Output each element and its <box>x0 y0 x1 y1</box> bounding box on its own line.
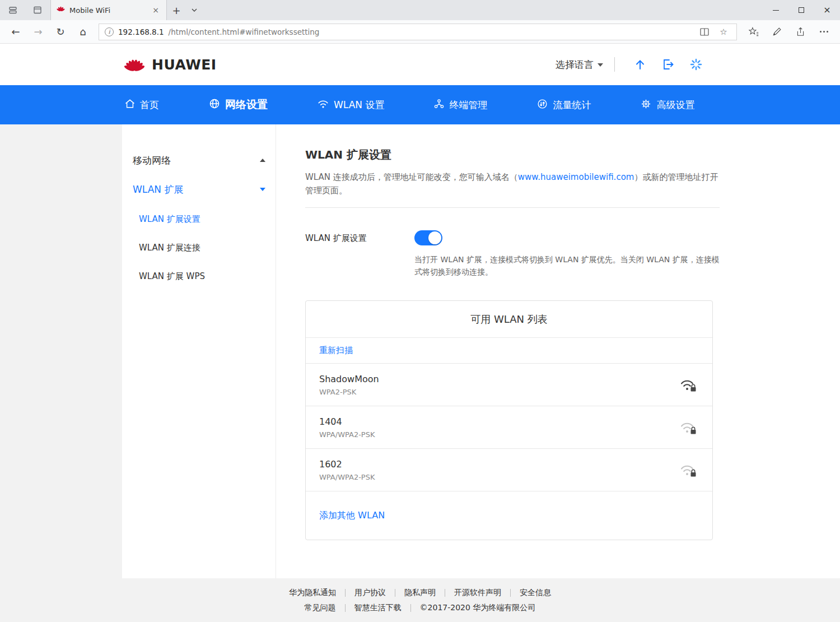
nav-item-home[interactable]: 首页 <box>124 98 159 112</box>
footer-link-security-info[interactable]: 安全信息 <box>520 588 551 598</box>
set-aside-tabs-icon[interactable] <box>4 2 21 18</box>
right-gutter <box>727 124 840 578</box>
page-footer: 华为隐私通知 用户协议 隐私声明 开源软件声明 安全信息 常见问题 智慧生活下载… <box>0 578 840 622</box>
content-area: 移动网络 WLAN 扩展 WLAN 扩展设置 WLAN 扩展连接 WLAN 扩展… <box>0 124 840 578</box>
wlan-row-info: ShadowMoon WPA2-PSK <box>319 374 379 396</box>
language-label: 选择语言 <box>556 58 594 71</box>
more-options-icon[interactable] <box>812 22 836 41</box>
wlan-extend-toggle[interactable] <box>414 230 442 245</box>
window-controls: × <box>763 0 840 20</box>
url-host: 192.168.8.1 <box>118 27 164 36</box>
tab-close-icon[interactable]: × <box>151 6 161 15</box>
new-tab-button[interactable]: + <box>167 0 186 20</box>
sidebar-item-wlan-extend-connection[interactable]: WLAN 扩展连接 <box>133 234 265 262</box>
wifi-signal-lock-icon <box>680 420 697 435</box>
nav-label: 流量统计 <box>553 99 591 112</box>
sidebar-group-label: 移动网络 <box>133 154 171 167</box>
add-wlan-link[interactable]: 添加其他 WLAN <box>319 510 385 522</box>
add-wlan-row: 添加其他 WLAN <box>306 491 712 540</box>
security-type: WPA/WPA2-PSK <box>319 430 375 439</box>
statistics-icon <box>536 98 548 112</box>
browser-tab[interactable]: Mobile WiFi × <box>50 0 167 20</box>
home-button[interactable]: ⌂ <box>72 22 94 41</box>
loading-spinner-icon[interactable] <box>689 58 703 71</box>
chevron-up-icon <box>260 159 265 162</box>
url-path: /html/content.html#wifinetworkssetting <box>169 27 320 36</box>
refresh-button[interactable]: ↻ <box>49 22 72 41</box>
footer-link-open-source[interactable]: 开源软件声明 <box>454 588 501 598</box>
minimize-button[interactable] <box>763 0 788 20</box>
footer-link-faq[interactable]: 常见问题 <box>305 603 336 613</box>
toggle-knob <box>428 231 441 244</box>
sidebar-group-label: WLAN 扩展 <box>133 183 183 196</box>
sidebar-sub-menu: WLAN 扩展设置 WLAN 扩展连接 WLAN 扩展 WPS <box>133 205 265 291</box>
close-button[interactable]: × <box>814 0 840 20</box>
wlan-row[interactable]: ShadowMoon WPA2-PSK <box>306 364 712 406</box>
reading-view-icon[interactable] <box>697 28 712 36</box>
brand-text: HUAWEI <box>152 57 217 73</box>
logout-button[interactable] <box>661 58 675 71</box>
footer-separator <box>410 604 411 612</box>
toggle-help-text: 当打开 WLAN 扩展，连接模式将切换到 WLAN 扩展优先。当关闭 WLAN … <box>414 253 722 278</box>
tab-favicon-huawei-icon <box>57 6 65 15</box>
tab-strip: Mobile WiFi × + × <box>0 0 840 20</box>
nav-item-wlan-settings[interactable]: WLAN 设置 <box>317 98 384 112</box>
nav-label: 高级设置 <box>656 99 694 112</box>
wlan-extend-toggle-section: WLAN 扩展设置 当打开 WLAN 扩展，连接模式将切换到 WLAN 扩展优先… <box>305 230 722 278</box>
maximize-button[interactable] <box>788 0 814 20</box>
wlan-row[interactable]: 1404 WPA/WPA2-PSK <box>306 406 712 449</box>
globe-icon <box>208 98 221 112</box>
add-favorite-star-icon[interactable]: ☆ <box>716 27 731 37</box>
footer-separator <box>510 589 511 597</box>
tab-list-chevron-down-icon[interactable] <box>186 0 203 20</box>
main-nav: 首页 网络设置 WLAN 设置 终端管理 流量统计 高级设置 <box>0 85 840 124</box>
footer-link-user-agreement[interactable]: 用户协议 <box>354 588 386 598</box>
favorites-hub-icon[interactable] <box>741 22 765 41</box>
tab-preview-icon[interactable] <box>29 2 46 18</box>
back-to-top-button[interactable] <box>633 58 647 71</box>
page-title: WLAN 扩展设置 <box>305 147 722 163</box>
sidebar-group-wlan-extend[interactable]: WLAN 扩展 <box>133 175 265 204</box>
nav-item-advanced-settings[interactable]: 高级设置 <box>640 98 694 112</box>
wlan-row[interactable]: 1602 WPA/WPA2-PSK <box>306 449 712 491</box>
sidebar-group-mobile-network[interactable]: 移动网络 <box>133 146 265 175</box>
sidebar-item-wlan-extend-settings[interactable]: WLAN 扩展设置 <box>133 205 265 234</box>
footer-link-privacy-notice[interactable]: 华为隐私通知 <box>289 588 336 598</box>
management-url-link[interactable]: www.huaweimobilewifi.com <box>518 172 634 182</box>
address-bar-row: ← → ↻ ⌂ i 192.168.8.1 /html/content.html… <box>0 20 840 44</box>
ssid: 1602 <box>319 459 375 470</box>
browser-window: Mobile WiFi × + × ← → ↻ ⌂ i 192.168.8.1 … <box>0 0 840 622</box>
footer-link-privacy-statement[interactable]: 隐私声明 <box>404 588 436 598</box>
page-description: WLAN 连接成功后，管理地址可能改变，您可输入域名（www.huaweimob… <box>305 170 721 197</box>
left-gutter <box>0 124 122 578</box>
gear-icon <box>640 98 652 112</box>
chevron-down-icon <box>598 63 603 67</box>
language-selector[interactable]: 选择语言 <box>556 58 603 71</box>
footer-link-ai-life-download[interactable]: 智慧生活下载 <box>354 603 402 613</box>
forward-button[interactable]: → <box>27 22 49 41</box>
back-button[interactable]: ← <box>4 22 27 41</box>
toolbar-right <box>741 22 836 41</box>
tab-title: Mobile WiFi <box>69 6 146 15</box>
wifi-signal-lock-icon <box>680 378 697 392</box>
wlan-list-card: 可用 WLAN 列表 重新扫描 ShadowMoon WPA2-PSK 1 <box>305 300 713 540</box>
sidebar-item-wlan-extend-wps[interactable]: WLAN 扩展 WPS <box>133 262 265 291</box>
chevron-down-icon <box>260 188 265 191</box>
footer-separator <box>445 589 445 597</box>
rescan-link[interactable]: 重新扫描 <box>319 345 353 356</box>
nav-item-network-settings[interactable]: 网络设置 <box>208 98 268 112</box>
nav-item-statistics[interactable]: 流量统计 <box>536 98 591 112</box>
site-info-icon[interactable]: i <box>105 27 114 36</box>
footer-copyright: ©2017-2020 华为终端有限公司 <box>420 603 536 613</box>
wlan-row-info: 1404 WPA/WPA2-PSK <box>319 416 375 439</box>
toggle-column: 当打开 WLAN 扩展，连接模式将切换到 WLAN 扩展优先。当关闭 WLAN … <box>414 230 722 278</box>
header-divider <box>614 57 615 72</box>
share-icon[interactable] <box>788 22 812 41</box>
tab-strip-spacer <box>203 0 763 20</box>
main-panel: WLAN 扩展设置 WLAN 连接成功后，管理地址可能改变，您可输入域名（www… <box>276 124 728 578</box>
address-bar[interactable]: i 192.168.8.1 /html/content.html#wifinet… <box>99 24 737 40</box>
nav-item-device-management[interactable]: 终端管理 <box>433 98 487 112</box>
description-text: WLAN 连接成功后，管理地址可能改变，您可输入域名（ <box>305 172 518 182</box>
wifi-signal-lock-icon <box>680 463 697 477</box>
web-note-pen-icon[interactable] <box>765 22 788 41</box>
